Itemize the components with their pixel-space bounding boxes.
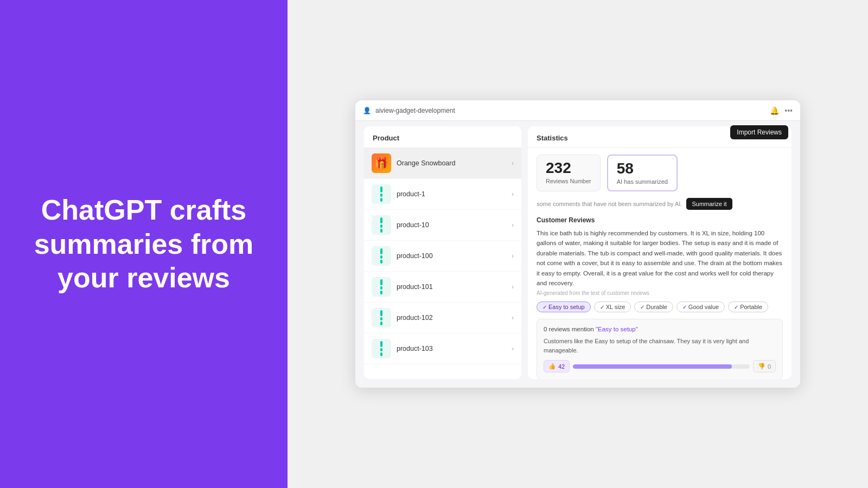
product-name: product-103 [397, 345, 506, 352]
tag-label: Good value [688, 304, 719, 310]
bar-chart-icon [376, 217, 387, 233]
top-bar: 👤 aiview-gadget-development 🔔 ••• [355, 100, 800, 121]
main-content: Product 🎁 Orange Snowboard › [355, 126, 800, 388]
review-mention-box: 0 reviews mention "Easy to setup" Custom… [537, 319, 783, 379]
tag-label: Durable [646, 304, 667, 310]
review-body-text: This ice bath tub is highly recommended … [537, 228, 783, 288]
vote-progress-bar [573, 364, 750, 369]
vote-progress-fill [573, 364, 732, 369]
reviews-count-label: Reviews Number [546, 178, 591, 184]
product-name: product-100 [397, 252, 506, 260]
tag-portable[interactable]: ✓ Portable [728, 301, 768, 312]
mention-header: 0 reviews mention "Easy to setup" [544, 326, 776, 332]
hero-heading: ChatGPT crafts summaries from your revie… [33, 193, 255, 294]
product-item[interactable]: product-101 › [364, 272, 521, 303]
bar-chart-icon [376, 310, 387, 325]
thumbs-down-icon: 👎 [758, 363, 765, 370]
bar-chart-icon [376, 279, 387, 294]
summarize-button[interactable]: Summarize it [686, 198, 732, 210]
product-item[interactable]: product-102 › [364, 303, 521, 333]
top-bar-title: aiview-gadget-development [375, 107, 455, 114]
product-item[interactable]: product-10 › [364, 210, 521, 241]
tag-label: Portable [740, 304, 762, 310]
top-bar-right: 🔔 ••• [770, 106, 793, 115]
ai-count-label: AI has summarized [617, 178, 668, 185]
check-icon: ✓ [734, 304, 738, 310]
reviews-count-box: 232 Reviews Number [537, 155, 601, 191]
reviews-count: 232 [546, 160, 591, 176]
product-list-header: Product [364, 126, 521, 148]
product-item[interactable]: product-1 › [364, 179, 521, 210]
vote-like-button[interactable]: 👍 42 [544, 360, 570, 373]
ai-count: 58 [617, 161, 668, 176]
product-name: product-101 [397, 283, 506, 291]
chevron-right-icon: › [512, 314, 514, 322]
import-reviews-button[interactable]: Import Reviews [730, 125, 788, 139]
more-icon[interactable]: ••• [784, 106, 793, 115]
stats-numbers: 232 Reviews Number 58 AI has summarized [537, 155, 783, 191]
product-item[interactable]: product-100 › [364, 241, 521, 272]
product-thumbnail [372, 246, 391, 266]
check-icon: ✓ [542, 304, 547, 310]
product-thumbnail [372, 184, 391, 204]
chevron-right-icon: › [512, 221, 514, 229]
vote-bar: 👍 42 👎 0 [544, 360, 776, 373]
check-icon: ✓ [600, 304, 604, 310]
tag-durable[interactable]: ✓ Durable [634, 301, 673, 312]
left-panel: ChatGPT crafts summaries from your revie… [0, 0, 288, 488]
product-thumbnail [372, 308, 391, 328]
chevron-right-icon: › [512, 283, 514, 291]
vote-like-count: 42 [558, 363, 565, 370]
product-name: product-102 [397, 314, 506, 322]
product-name: product-1 [397, 190, 506, 198]
thumbs-up-icon: 👍 [548, 363, 556, 370]
right-panel: 👤 aiview-gadget-development 🔔 ••• Import… [288, 0, 868, 488]
bar-chart-icon [376, 341, 387, 356]
tag-easy-setup[interactable]: ✓ Easy to setup [537, 301, 591, 312]
tag-good-value[interactable]: ✓ Good value [676, 301, 725, 312]
user-icon: 👤 [363, 107, 371, 114]
product-thumbnail: 🎁 [372, 153, 391, 173]
tag-label: XL size [606, 304, 626, 310]
product-name: product-10 [397, 221, 506, 229]
summarize-bar: some comments that have not been summari… [537, 198, 783, 210]
product-thumbnail [372, 339, 391, 358]
vote-dislike-button[interactable]: 👎 0 [753, 360, 776, 373]
product-item[interactable]: product-103 › [364, 333, 521, 364]
vote-dislike-count: 0 [768, 363, 771, 370]
tag-xl-size[interactable]: ✓ XL size [594, 301, 631, 312]
chevron-right-icon: › [512, 159, 514, 167]
bell-icon[interactable]: 🔔 [770, 106, 779, 115]
bar-chart-icon [376, 187, 387, 202]
check-icon: ✓ [682, 304, 687, 310]
ai-count-box: 58 AI has summarized [607, 155, 678, 191]
mention-count: 0 reviews mention [544, 326, 594, 332]
tag-label: Easy to setup [548, 304, 585, 310]
product-item[interactable]: 🎁 Orange Snowboard › [364, 148, 521, 179]
chevron-right-icon: › [512, 345, 514, 352]
product-thumbnail [372, 277, 391, 297]
stats-panel: Statistics 232 Reviews Number 58 AI has … [528, 126, 792, 379]
customer-reviews-title: Customer Reviews [537, 216, 783, 224]
bar-chart-icon [376, 248, 387, 264]
mention-description: Customers like the Easy to setup of the … [544, 337, 776, 355]
product-name: Orange Snowboard [397, 159, 506, 167]
chevron-right-icon: › [512, 252, 514, 260]
snowboard-icon: 🎁 [375, 157, 388, 170]
stats-content: 232 Reviews Number 58 AI has summarized … [528, 148, 792, 379]
ai-generated-label: AI-generated from the text of customer r… [537, 290, 783, 296]
check-icon: ✓ [640, 304, 644, 310]
tags-container: ✓ Easy to setup ✓ XL size ✓ Durable ✓ [537, 301, 783, 312]
product-thumbnail [372, 215, 391, 235]
product-list-panel: Product 🎁 Orange Snowboard › [364, 126, 521, 379]
summarize-hint: some comments that have not been summari… [537, 201, 682, 207]
top-bar-left: 👤 aiview-gadget-development [363, 107, 455, 114]
mention-keyword: "Easy to setup" [596, 326, 638, 332]
chevron-right-icon: › [512, 190, 514, 198]
app-window: 👤 aiview-gadget-development 🔔 ••• Import… [355, 100, 800, 388]
product-list-items: 🎁 Orange Snowboard › [364, 148, 521, 379]
